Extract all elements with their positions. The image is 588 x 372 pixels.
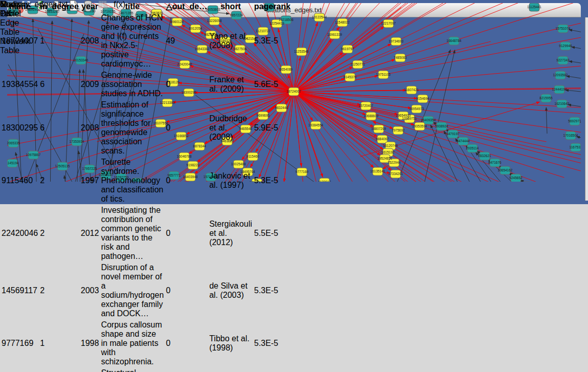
table-cell[interactable]: 2009 bbox=[80, 70, 100, 99]
network-node-label: 8471676 bbox=[488, 161, 502, 164]
table-cell[interactable]: 6 bbox=[39, 100, 79, 156]
table-cell[interactable]: Genome-wide association studies in ADHD. bbox=[100, 70, 164, 99]
network-node-label: 16954973 bbox=[409, 107, 424, 111]
network-node-label: 16210643 bbox=[555, 102, 570, 105]
network-edge[interactable] bbox=[569, 61, 581, 64]
table-cell[interactable]: Investigating the contribution of common… bbox=[100, 205, 164, 261]
network-node-label: 2935114 bbox=[466, 146, 479, 150]
network-node-label: 19751105 bbox=[376, 73, 391, 76]
table-cell[interactable]: Tibbo et al. (1998) bbox=[209, 320, 253, 367]
table-cell[interactable]: 5.3E-5 bbox=[254, 368, 291, 372]
network-node-label: 8215955 bbox=[539, 96, 553, 100]
background-window-edge bbox=[585, 17, 588, 201]
column-header[interactable]: title bbox=[100, 1, 164, 12]
table-cell[interactable]: Changes of HCN gene expression and I(f) … bbox=[100, 13, 164, 69]
network-edge[interactable] bbox=[569, 30, 581, 34]
column-header[interactable]: in_degree bbox=[39, 1, 79, 12]
table-cell[interactable]: 1 bbox=[39, 13, 79, 69]
network-node-label: 15720407 bbox=[359, 104, 374, 107]
network-edge[interactable] bbox=[572, 47, 581, 50]
table-cell[interactable]: Tourette syndrome. Phenomenology and cla… bbox=[100, 157, 164, 204]
table-cell[interactable]: Franke et al. (2009) bbox=[209, 70, 253, 99]
tab-network-table[interactable]: Network Table bbox=[0, 37, 30, 55]
table-cell[interactable]: 0 bbox=[165, 368, 208, 372]
table-cell[interactable]: 9777169 bbox=[1, 320, 38, 367]
table-cell[interactable]: 0 bbox=[165, 100, 208, 156]
table-cell[interactable]: 14569117 bbox=[1, 262, 38, 319]
table-cell[interactable]: 2 bbox=[39, 205, 79, 261]
table-cell[interactable]: Disruption of a novel member of a sodium… bbox=[100, 262, 164, 319]
table-cell[interactable]: 5.6E-5 bbox=[254, 70, 291, 99]
column-header[interactable]: short bbox=[209, 1, 253, 12]
table-cell[interactable]: 0 bbox=[165, 205, 208, 261]
table-cell[interactable]: 49 bbox=[165, 13, 208, 69]
table-cell[interactable]: 2003 bbox=[80, 262, 100, 319]
table-cell[interactable]: 2012 bbox=[80, 205, 100, 261]
table-cell[interactable]: 9115460 bbox=[1, 157, 38, 204]
table-cell[interactable]: 0 bbox=[165, 70, 208, 99]
table-cell[interactable]: Yano et al. (2008) bbox=[209, 13, 253, 69]
table-cell[interactable]: 5.9E-5 bbox=[254, 100, 291, 156]
network-edge[interactable] bbox=[577, 137, 581, 140]
tab-edge-table[interactable]: Edge Table bbox=[0, 18, 30, 37]
table-cell[interactable]: 5.3E-5 bbox=[254, 157, 291, 204]
table-row[interactable]: 1830029562008Estimation of significance … bbox=[1, 100, 291, 156]
table-cell[interactable]: 5.3E-5 bbox=[254, 13, 291, 69]
table-cell[interactable]: 0 bbox=[165, 320, 208, 367]
network-node-label: 7522944 bbox=[387, 161, 401, 164]
table-cell[interactable]: 1998 bbox=[80, 320, 100, 367]
network-node-label: 19654923 bbox=[396, 114, 411, 117]
table-cell[interactable]: 5.3E-5 bbox=[254, 320, 291, 367]
table-cell[interactable]: 2008 bbox=[80, 100, 100, 156]
network-node-label: 11607421 bbox=[404, 88, 419, 92]
network-node-label: 9129946 bbox=[559, 44, 572, 48]
network-node-label: 17334261 bbox=[388, 172, 403, 176]
table-cell[interactable]: 5.5E-5 bbox=[254, 205, 291, 261]
column-header[interactable]: pagerank bbox=[254, 1, 291, 12]
table-row[interactable]: 977716911998Corpus callosum shape and si… bbox=[1, 320, 291, 367]
table-cell[interactable]: 0 bbox=[165, 157, 208, 204]
table-cell[interactable]: 19384554 bbox=[1, 70, 38, 99]
table-cell[interactable]: 2 bbox=[39, 262, 79, 319]
table-cell[interactable]: 1998 bbox=[80, 368, 100, 372]
table-cell[interactable]: Corpus callosum shape and size in male p… bbox=[100, 320, 164, 367]
network-node-label: 16135141 bbox=[371, 169, 385, 173]
table-row[interactable]: 1456911722003Disruption of a novel membe… bbox=[1, 262, 291, 319]
column-header[interactable]: △out_de… bbox=[165, 1, 208, 12]
network-node-label: 16648784 bbox=[447, 39, 462, 42]
table-row[interactable]: 1938455462009Genome-wide association stu… bbox=[1, 70, 291, 99]
table-cell[interactable]: 22420046 bbox=[1, 205, 38, 261]
table-cell[interactable]: Jankovic et al. (1997) bbox=[209, 157, 253, 204]
network-edge[interactable] bbox=[294, 92, 414, 125]
network-node-label: 7832621 bbox=[478, 154, 491, 158]
table-cell[interactable]: 1 bbox=[39, 320, 79, 367]
network-node-label: 16409354 bbox=[421, 118, 436, 122]
table-cell[interactable]: 6 bbox=[39, 70, 79, 99]
table-cell[interactable]: 1997 bbox=[80, 157, 100, 204]
table-row[interactable]: 2242004622012Investigating the contribut… bbox=[1, 205, 291, 261]
column-header[interactable]: year bbox=[80, 1, 100, 12]
table-cell[interactable]: 2 bbox=[39, 157, 79, 204]
table-row[interactable]: 911546021997Tourette syndrome. Phenomeno… bbox=[1, 157, 291, 204]
network-node-label: 19524851 bbox=[378, 157, 393, 160]
table-cell[interactable]: Wolkin et al. (1998) bbox=[209, 368, 253, 372]
network-node-label: 15751074 bbox=[556, 27, 571, 30]
table-cell[interactable]: 5.3E-5 bbox=[254, 262, 291, 319]
table-cell[interactable]: de Silva et al. (2003) bbox=[209, 262, 253, 319]
table-cell[interactable]: Stergiakouli et al. (2012) bbox=[209, 205, 253, 261]
table-cell[interactable]: Structural magnetic resonance image aver… bbox=[100, 368, 164, 372]
table-cell[interactable]: 2008 bbox=[80, 13, 100, 69]
table-cell[interactable]: Estimation of significance thresholds fo… bbox=[100, 100, 164, 156]
table-cell[interactable]: 1 bbox=[39, 368, 79, 372]
table-cell[interactable]: 18300295 bbox=[1, 100, 38, 156]
table-cell[interactable]: Dudbridge et al. (2008) bbox=[209, 100, 253, 156]
network-edge[interactable] bbox=[567, 76, 581, 80]
table-cell[interactable]: 9699695 bbox=[1, 368, 38, 372]
network-edge[interactable] bbox=[546, 107, 547, 134]
table-row[interactable]: 1872400712008Changes of HCN gene express… bbox=[1, 13, 291, 69]
network-node-label: 9154694 bbox=[416, 97, 429, 100]
table-row[interactable]: 969969511998Structural magnetic resonanc… bbox=[1, 368, 291, 372]
table-cell[interactable]: 0 bbox=[165, 262, 208, 319]
network-edge[interactable] bbox=[565, 90, 581, 93]
node-table: namein_degreeyeartitle△out_de…shortpager… bbox=[0, 0, 292, 372]
